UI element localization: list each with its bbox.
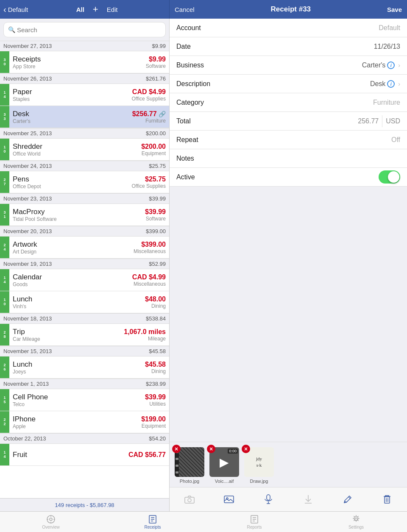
total-value: 256.77 USD [227,115,400,127]
list-item[interactable]: 31 MacProxy Tidal Pool Software $39.99 S… [0,204,169,226]
item-badge: 15 [0,389,9,411]
tab-receipts-label: Receipts [145,525,161,529]
list-item[interactable]: 14 Fruit CAD $56.77 [0,444,169,466]
list-item[interactable]: 22 IPhone Apple $199.00 Equipment [0,411,169,433]
date-value: 11/26/13 [227,43,400,50]
remove-draw-button[interactable]: × [242,445,250,453]
tab-bar: Overview Receipts Reports Settings [0,511,407,532]
cancel-button[interactable]: Cancel [175,6,195,13]
date-header: November 23, 2013 $39.99 [0,193,169,204]
business-label: Business [176,61,227,69]
svg-rect-0 [185,497,194,503]
form-section: Account Default Date 11/26/13 Business C… [170,19,407,187]
tab-receipts[interactable]: Receipts [102,512,204,532]
category-row[interactable]: Category Furniture [170,93,407,112]
overview-icon [46,515,56,524]
tab-reports[interactable]: Reports [204,512,305,532]
repeat-row[interactable]: Repeat Off [170,131,407,149]
left-nav: ‹ Default All + Edit [0,0,170,19]
trash-button[interactable] [379,491,396,508]
receipt-list: November 27, 2013 $9.99 30 Receipts App … [0,41,169,498]
item-right: $39.99 Software [131,204,169,226]
item-badge: 31 [0,204,9,226]
reports-icon [250,515,259,524]
list-item[interactable]: 30 Receipts App Store $9.99 Software [0,51,169,73]
remove-voice-button[interactable]: × [207,445,215,453]
item-badge: 10 [0,139,9,160]
list-item[interactable]: 14 Paper Staples CAD $4.99 Office Suppli… [0,84,169,106]
item-content: Desk Carter's [9,106,129,128]
item-content: Receipts App Store [9,51,131,73]
image-button[interactable] [220,491,237,508]
description-info-icon[interactable]: i [387,80,395,88]
total-label: Total [176,117,227,125]
notes-label: Notes [176,155,227,162]
tab-settings-label: Settings [348,525,364,529]
tab-settings[interactable]: Settings [305,512,407,532]
search-input[interactable] [17,26,161,33]
list-item[interactable]: 24 Artwork Art Design $399.00 Miscellane… [0,237,169,259]
business-row[interactable]: Business Carter's i › [170,56,407,75]
item-content: Trip Car Mileage [9,324,120,345]
search-icon: 🔍 [8,26,15,33]
left-panel: 🔍 November 27, 2013 $9.99 30 Receipts Ap… [0,19,170,511]
item-right: $9.99 Software [131,51,169,73]
list-item[interactable]: 14 Calendar Goods CAD $4.99 Miscellaneou… [0,269,169,291]
right-panel: Account Default Date 11/26/13 Business C… [170,19,407,511]
currency-code: USD [386,117,400,125]
account-label: Account [176,24,227,32]
list-item[interactable]: 26 Lunch Joeys $45.58 Dining [0,357,169,379]
item-right: $199.00 Equipment [131,411,169,433]
settings-icon [351,515,361,524]
save-button[interactable]: Save [387,6,402,13]
download-button[interactable] [300,491,317,508]
item-badge: 30 [0,51,9,73]
camera-button[interactable] [181,491,198,508]
add-button[interactable]: + [93,4,98,15]
attachment-voice[interactable]: × 0:00 ▶ Voic....aif [209,447,239,484]
list-item[interactable]: 10 Shredder Office World $200.00 Equipme… [0,139,169,161]
attachment-photo[interactable]: × Photo.jpg [175,447,204,484]
total-row[interactable]: Total 256.77 USD [170,112,407,131]
item-content: Artwork Art Design [9,237,130,258]
all-filter[interactable]: All [76,6,84,13]
date-header: November 24, 2013 $25.75 [0,161,169,171]
account-value: Default [227,24,400,32]
back-label[interactable]: Default [8,6,28,13]
item-right: $48.00 Dining [131,291,169,313]
list-item[interactable]: 28 Trip Car Mileage 1,067.0 miles Mileag… [0,324,169,346]
list-item[interactable]: 10 Lunch Vinh's $48.00 Dining [0,291,169,313]
attachment-draw[interactable]: × jdys∙k Draw.jpg [244,447,274,484]
item-badge: 10 [0,291,9,313]
business-info-icon[interactable]: i [387,61,395,69]
date-row[interactable]: Date 11/26/13 [170,37,407,56]
date-label: Date [176,43,227,50]
date-header: November 27, 2013 $9.99 [0,41,169,51]
list-item[interactable]: 27 Pens Office Depot $25.75 Office Suppl… [0,171,169,193]
account-row[interactable]: Account Default [170,19,407,37]
item-content: IPhone Apple [9,411,131,433]
list-item[interactable]: 33 Desk Carter's $256.77 🔗 Furniture [0,106,169,128]
active-toggle[interactable] [379,170,400,184]
attachments-area: × Photo.jpg × [170,442,407,487]
notes-row[interactable]: Notes [170,149,407,168]
date-header: November 25, 2013 $200.00 [0,128,169,139]
list-item[interactable]: 15 Cell Phone Telco $39.99 Utilities [0,389,169,411]
mic-button[interactable] [260,491,277,508]
active-label: Active [176,173,227,181]
receipt-title: Receipt #33 [271,5,311,14]
back-button[interactable]: ‹ Default [3,5,28,14]
remove-photo-button[interactable]: × [172,445,181,453]
edit-button[interactable]: Edit [107,6,118,13]
total-amount: 256.77 [358,117,379,125]
brush-button[interactable] [339,491,356,508]
item-content: Lunch Joeys [9,357,131,378]
tab-overview[interactable]: Overview [0,512,102,532]
svg-rect-11 [385,497,390,503]
item-right: CAD $4.99 Miscellaneous [129,269,169,291]
description-row[interactable]: Description Desk i › [170,75,407,93]
receipts-icon [148,515,157,524]
date-header: November 15, 2013 $45.58 [0,346,169,357]
item-content: Cell Phone Telco [9,389,131,411]
item-content: Lunch Vinh's [9,291,131,313]
